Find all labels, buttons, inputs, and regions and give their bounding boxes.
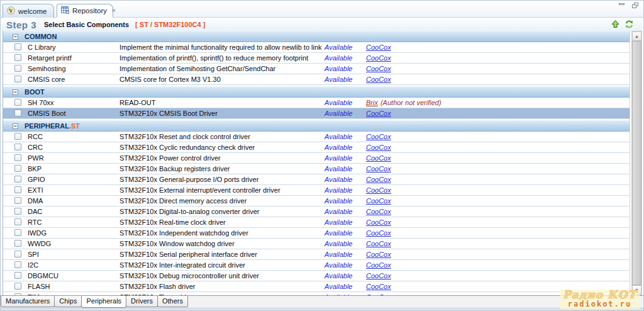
component-checkbox[interactable]: [14, 99, 21, 106]
component-checkbox[interactable]: [14, 229, 21, 236]
vendor-link[interactable]: CooCox: [366, 240, 391, 247]
tab-others[interactable]: Others: [157, 296, 188, 307]
component-checkbox[interactable]: [14, 43, 21, 50]
minimize-view-button[interactable]: [618, 3, 626, 9]
section-title-suffix: .ST: [69, 122, 80, 130]
vendor-link[interactable]: CooCox: [366, 110, 391, 117]
component-status: Available: [325, 197, 352, 205]
component-row-bkp[interactable]: BKPSTM32F10x Backup registers driverAvai…: [3, 164, 630, 174]
component-checkbox[interactable]: [14, 54, 21, 61]
vendor-link[interactable]: CooCox: [366, 261, 391, 269]
collapse-icon[interactable]: −: [13, 123, 18, 129]
component-row-sh-70xx[interactable]: SH 70xxREAD-OUTAvailableBrix(Author not …: [3, 98, 630, 108]
section-header-common[interactable]: −COMMON: [3, 31, 630, 42]
component-description: STM32F10x Power control driver: [119, 154, 221, 162]
component-row-rcc[interactable]: RCCSTM32F10x Reset and clock control dri…: [3, 132, 630, 142]
scroll-thumb[interactable]: [632, 41, 641, 285]
editor-tab-bar: welcome Repository ✕: [1, 1, 643, 18]
vendor-link[interactable]: CooCox: [366, 208, 391, 215]
vendor-link[interactable]: CooCox: [366, 197, 391, 205]
restore-view-button[interactable]: [631, 3, 640, 9]
component-vendor-cell: CooCox: [366, 54, 391, 62]
component-name: CMSIS core: [28, 76, 65, 83]
component-checkbox[interactable]: [14, 261, 21, 268]
component-row-i2c[interactable]: I2CSTM32F10x Inter-integrated circuit dr…: [3, 260, 630, 271]
vendor-link[interactable]: CooCox: [366, 76, 391, 83]
component-description: STM32F10x Flash driver: [119, 283, 195, 290]
tab-peripherals[interactable]: Peripherals: [81, 296, 126, 308]
vendor-link[interactable]: CooCox: [366, 272, 391, 280]
vendor-link[interactable]: CooCox: [366, 186, 391, 194]
component-checkbox[interactable]: [14, 218, 21, 225]
tab-repository[interactable]: Repository ✕: [57, 4, 113, 18]
refresh-repository-icon[interactable]: [625, 20, 634, 29]
component-row-exti[interactable]: EXTISTM32F10x External interrupt/event c…: [3, 185, 630, 196]
scroll-up-button[interactable]: ▲: [632, 31, 641, 41]
vendor-link[interactable]: CooCox: [366, 251, 391, 258]
component-description: READ-OUT: [119, 99, 155, 106]
component-checkbox[interactable]: [14, 197, 21, 204]
component-row-crc[interactable]: CRCSTM32F10x Cyclic redundancy check dri…: [3, 142, 630, 153]
vendor-link[interactable]: CooCox: [366, 154, 391, 162]
component-checkbox[interactable]: [14, 110, 21, 116]
component-checkbox[interactable]: [14, 251, 21, 257]
vendor-link[interactable]: CooCox: [366, 165, 391, 172]
component-checkbox[interactable]: [14, 272, 21, 279]
component-table: −COMMONC LibraryImplement the minimal fu…: [3, 31, 630, 295]
vendor-link[interactable]: CooCox: [366, 133, 391, 140]
component-row-cmsis-boot[interactable]: CMSIS BootSTM32F10x CMSIS Boot DriverAva…: [3, 108, 630, 119]
component-vendor-cell: CooCox: [366, 133, 391, 140]
vendor-link[interactable]: CooCox: [366, 43, 391, 51]
section-header-boot[interactable]: −BOOT: [3, 86, 630, 98]
tab-manufacturers[interactable]: Manufacturers: [1, 296, 55, 307]
vendor-link[interactable]: CooCox: [366, 218, 391, 226]
tab-drivers[interactable]: Drivers: [126, 296, 158, 307]
component-row-wwdg[interactable]: WWDGSTM32F10x Window watchdog driverAvai…: [3, 239, 630, 249]
tab-chips[interactable]: Chips: [54, 296, 82, 307]
vendor-link[interactable]: Brix: [366, 99, 378, 106]
tab-close-icon[interactable]: ✕: [111, 8, 116, 14]
component-row-dac[interactable]: DACSTM32F10x Digital-to-analog converter…: [3, 206, 630, 217]
vendor-link[interactable]: CooCox: [366, 144, 391, 151]
component-row-spi[interactable]: SPISTM32F10x Serial peripheral interface…: [3, 249, 630, 260]
component-checkbox[interactable]: [14, 65, 21, 72]
collapse-icon[interactable]: −: [13, 34, 18, 40]
component-row-dbgmcu[interactable]: DBGMCUSTM32F10x Debug microcontroller un…: [3, 271, 630, 281]
component-checkbox[interactable]: [14, 208, 21, 215]
component-row-c-library[interactable]: C LibraryImplement the minimal functiona…: [3, 42, 630, 53]
vendor-link[interactable]: CooCox: [366, 229, 391, 237]
vendor-link[interactable]: CooCox: [366, 283, 391, 290]
component-description: STM32F10x Digital-to-analog converter dr…: [119, 208, 260, 215]
component-row-gpio[interactable]: GPIOSTM32F10x General-purpose I/O ports …: [3, 174, 630, 185]
section-header-peripheral[interactable]: −PERIPHERAL.ST: [3, 120, 630, 132]
component-checkbox[interactable]: [14, 240, 21, 247]
component-checkbox[interactable]: [14, 283, 21, 290]
component-checkbox[interactable]: [14, 154, 21, 161]
component-row-semihosting[interactable]: SemihostingImplementation of Semihosting…: [3, 64, 630, 74]
component-status: Available: [325, 251, 352, 258]
vendor-link[interactable]: CooCox: [366, 65, 391, 72]
component-checkbox[interactable]: [14, 165, 21, 172]
tab-welcome[interactable]: welcome: [3, 4, 54, 18]
component-checkbox[interactable]: [14, 144, 21, 150]
scroll-down-button[interactable]: ▼: [632, 285, 641, 295]
vendor-link[interactable]: CooCox: [366, 54, 391, 62]
component-row-retarget-printf[interactable]: Retarget printfImplementation of printf(…: [3, 53, 630, 64]
component-row-dma[interactable]: DMASTM32F10x Direct memory access driver…: [3, 196, 630, 206]
component-row-rtc[interactable]: RTCSTM32F10x Real-time clock driverAvail…: [3, 217, 630, 228]
component-row-iwdg[interactable]: IWDGSTM32F10x Independent watchdog drive…: [3, 228, 630, 239]
collapse-icon[interactable]: −: [13, 89, 18, 95]
component-description: STM32F10x Independent watchdog driver: [119, 229, 248, 237]
component-checkbox[interactable]: [14, 176, 21, 183]
vendor-link[interactable]: CooCox: [366, 176, 391, 183]
component-description: STM32F10x Debug microcontroller unit dri…: [119, 272, 259, 280]
component-checkbox[interactable]: [14, 186, 21, 193]
vertical-scrollbar[interactable]: ▲ ▼: [631, 31, 642, 295]
component-checkbox[interactable]: [14, 133, 21, 140]
upload-component-icon[interactable]: [611, 20, 620, 29]
component-row-pwr[interactable]: PWRSTM32F10x Power control driverAvailab…: [3, 153, 630, 164]
component-row-cmsis-core[interactable]: CMSIS coreCMSIS core for Cortex M3 V1.30…: [3, 74, 630, 85]
component-checkbox[interactable]: [14, 76, 21, 82]
component-description: STM32F10x CMSIS Boot Driver: [119, 110, 218, 117]
component-row-flash[interactable]: FLASHSTM32F10x Flash driverAvailableCooC…: [3, 281, 630, 292]
